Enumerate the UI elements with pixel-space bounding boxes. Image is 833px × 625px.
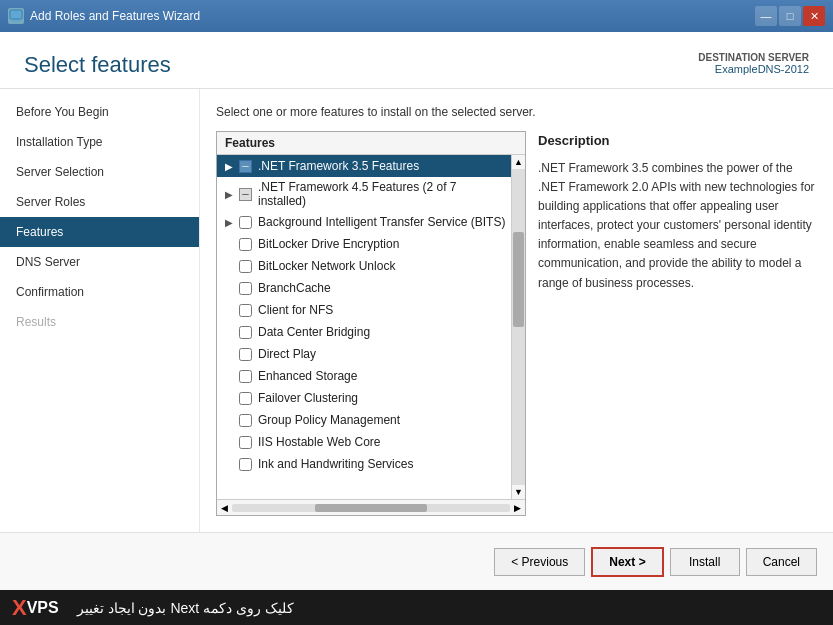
title-bar: Add Roles and Features Wizard — □ ✕ [0,0,833,32]
feature-item-directplay[interactable]: Direct Play [217,343,511,365]
checkbox-bits[interactable] [239,216,252,229]
sidebar-item-dns-server[interactable]: DNS Server [0,247,199,277]
cancel-button[interactable]: Cancel [746,548,817,576]
bottom-bar: X VPS کلیک روی دکمه Next بدون ایجاد تغیی… [0,590,833,625]
feature-label-net45: .NET Framework 4.5 Features (2 of 7 inst… [258,180,507,208]
main-window: Select features DESTINATION SERVER Examp… [0,32,833,590]
title-bar-left: Add Roles and Features Wizard [8,8,200,24]
footer: < Previous Next > Install Cancel [0,532,833,590]
feature-label-ink: Ink and Handwriting Services [258,457,413,471]
maximize-button[interactable]: □ [779,6,801,26]
checkbox-iis[interactable] [239,436,252,449]
checkbox-gpo[interactable] [239,414,252,427]
scroll-down-button[interactable]: ▼ [512,485,525,499]
svg-rect-2 [11,21,21,22]
window-title: Add Roles and Features Wizard [30,9,200,23]
scroll-up-button[interactable]: ▲ [512,155,525,169]
checkbox-branchcache[interactable] [239,282,252,295]
sidebar-item-server-selection[interactable]: Server Selection [0,157,199,187]
feature-item-dcb[interactable]: Data Center Bridging [217,321,511,343]
checkbox-bitlocker[interactable] [239,238,252,251]
feature-item-net35[interactable]: ▶ ─ .NET Framework 3.5 Features [217,155,511,177]
vertical-scrollbar[interactable]: ▲ ▼ [511,155,525,499]
page-header: Select features DESTINATION SERVER Examp… [0,32,833,89]
window-controls: — □ ✕ [755,6,825,26]
checkbox-enhanced-storage[interactable] [239,370,252,383]
features-column-header: Features [217,132,525,155]
feature-label-failover: Failover Clustering [258,391,358,405]
feature-item-nfs[interactable]: Client for NFS [217,299,511,321]
xvps-logo: X VPS [12,595,59,621]
feature-label-bitlocker: BitLocker Drive Encryption [258,237,399,251]
feature-item-net45[interactable]: ▶ ─ .NET Framework 4.5 Features (2 of 7 … [217,177,511,211]
minimize-button[interactable]: — [755,6,777,26]
scroll-track[interactable] [512,169,525,485]
sidebar-item-confirmation[interactable]: Confirmation [0,277,199,307]
sidebar-item-before-you-begin[interactable]: Before You Begin [0,97,199,127]
app-icon [8,8,24,24]
feature-label-bits: Background Intelligent Transfer Service … [258,215,505,229]
expand-arrow-icon[interactable]: ▶ [225,217,239,228]
feature-label-nfs: Client for NFS [258,303,333,317]
install-button[interactable]: Install [670,548,740,576]
horizontal-scroll-track[interactable] [232,504,510,512]
checkbox-failover[interactable] [239,392,252,405]
feature-item-failover[interactable]: Failover Clustering [217,387,511,409]
description-panel: Description .NET Framework 3.5 combines … [538,131,817,516]
checkbox-nfs[interactable] [239,304,252,317]
feature-label-branchcache: BranchCache [258,281,331,295]
expand-arrow-icon[interactable]: ▶ [225,161,239,172]
feature-item-bitlocker[interactable]: BitLocker Drive Encryption [217,233,511,255]
scroll-thumb[interactable] [513,232,524,327]
feature-item-bitlocker-network[interactable]: BitLocker Network Unlock [217,255,511,277]
expand-arrow-icon[interactable]: ▶ [225,189,239,200]
page-title: Select features [24,52,171,78]
features-panel: Features ▶ ─ .NET Framework 3.5 Features [216,131,817,516]
sidebar-item-installation-type[interactable]: Installation Type [0,127,199,157]
feature-item-branchcache[interactable]: BranchCache [217,277,511,299]
content-area: Select one or more features to install o… [200,89,833,532]
sidebar-item-features[interactable]: Features [0,217,199,247]
horizontal-scroll-thumb[interactable] [315,504,426,512]
instruction-text: Select one or more features to install o… [216,105,817,119]
feature-label-gpo: Group Policy Management [258,413,400,427]
feature-label-bitlocker-network: BitLocker Network Unlock [258,259,395,273]
feature-label-iis: IIS Hostable Web Core [258,435,381,449]
destination-info: DESTINATION SERVER ExampleDNS-2012 [698,52,809,75]
features-list[interactable]: ▶ ─ .NET Framework 3.5 Features ▶ ─ .NET… [217,155,511,499]
checkbox-dcb[interactable] [239,326,252,339]
logo-vps: VPS [27,599,59,617]
feature-item-ink[interactable]: Ink and Handwriting Services [217,453,511,475]
scroll-right-button[interactable]: ▶ [512,503,523,513]
feature-item-gpo[interactable]: Group Policy Management [217,409,511,431]
bottom-message: کلیک روی دکمه Next بدون ایجاد تغییر [77,600,294,616]
features-list-container: Features ▶ ─ .NET Framework 3.5 Features [216,131,526,516]
description-header: Description [538,131,817,151]
checkbox-ink[interactable] [239,458,252,471]
next-button[interactable]: Next > [591,547,663,577]
feature-item-iis[interactable]: IIS Hostable Web Core [217,431,511,453]
checkbox-net45[interactable]: ─ [239,188,252,201]
feature-label-enhanced-storage: Enhanced Storage [258,369,357,383]
svg-rect-0 [10,10,22,19]
checkbox-directplay[interactable] [239,348,252,361]
checkbox-bitlocker-network[interactable] [239,260,252,273]
horizontal-scrollbar[interactable]: ◀ ▶ [217,499,525,515]
destination-server: ExampleDNS-2012 [698,63,809,75]
close-button[interactable]: ✕ [803,6,825,26]
body-layout: Before You Begin Installation Type Serve… [0,89,833,532]
logo-x: X [12,595,27,621]
previous-button[interactable]: < Previous [494,548,585,576]
sidebar-item-results: Results [0,307,199,337]
feature-item-bits[interactable]: ▶ Background Intelligent Transfer Servic… [217,211,511,233]
feature-label-net35: .NET Framework 3.5 Features [258,159,419,173]
description-text: .NET Framework 3.5 combines the power of… [538,159,817,293]
feature-item-enhanced-storage[interactable]: Enhanced Storage [217,365,511,387]
sidebar-item-server-roles[interactable]: Server Roles [0,187,199,217]
scroll-left-button[interactable]: ◀ [219,503,230,513]
feature-label-directplay: Direct Play [258,347,316,361]
checkbox-net35[interactable]: ─ [239,160,252,173]
sidebar: Before You Begin Installation Type Serve… [0,89,200,532]
destination-label: DESTINATION SERVER [698,52,809,63]
feature-label-dcb: Data Center Bridging [258,325,370,339]
